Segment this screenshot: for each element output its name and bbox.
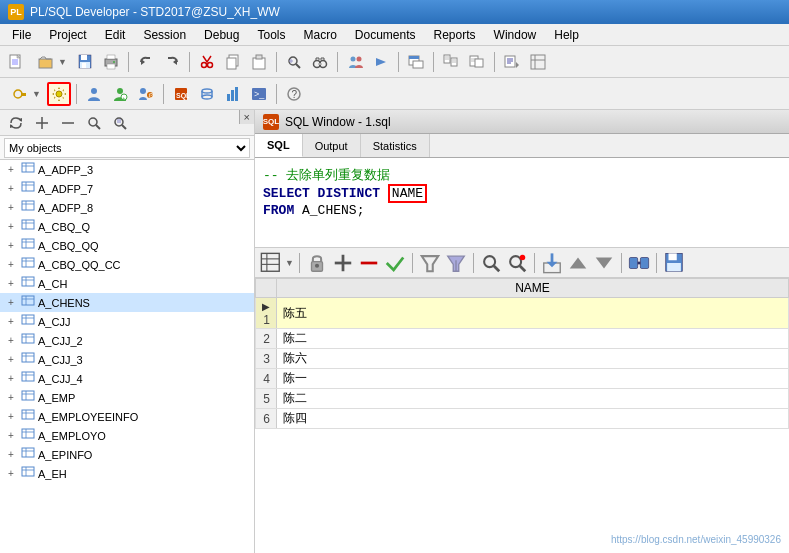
results-add-button[interactable] xyxy=(331,251,355,275)
tree-item-a_cbq_q[interactable]: +A_CBQ_Q xyxy=(0,217,254,236)
expand-icon[interactable]: + xyxy=(8,373,18,384)
gear-button[interactable] xyxy=(47,82,71,106)
db4-button[interactable]: >_ xyxy=(247,82,271,106)
tree-item-a_adfp_8[interactable]: +A_ADFP_8 xyxy=(0,198,254,217)
tree-item-a_employo[interactable]: +A_EMPLOYO xyxy=(0,426,254,445)
expand-icon[interactable]: + xyxy=(8,354,18,365)
tree-item-a_adfp_3[interactable]: +A_ADFP_3 xyxy=(0,160,254,179)
db-link-button[interactable] xyxy=(627,251,651,275)
expand-icon[interactable]: + xyxy=(8,164,18,175)
menu-item-documents[interactable]: Documents xyxy=(347,26,424,44)
pages2-button[interactable] xyxy=(465,50,489,74)
cut-button[interactable] xyxy=(195,50,219,74)
person1-button[interactable] xyxy=(82,82,106,106)
question-button[interactable]: ? xyxy=(282,82,306,106)
menu-item-session[interactable]: Session xyxy=(135,26,194,44)
sort-button[interactable] xyxy=(444,251,468,275)
save-button[interactable] xyxy=(73,50,97,74)
expand-icon[interactable]: + xyxy=(8,202,18,213)
find-button[interactable] xyxy=(282,50,306,74)
tree-item-a_cjj_4[interactable]: +A_CJJ_4 xyxy=(0,369,254,388)
table-row[interactable]: 3陈六 xyxy=(256,349,789,369)
menu-item-project[interactable]: Project xyxy=(41,26,94,44)
down-button[interactable] xyxy=(592,251,616,275)
expand-icon[interactable]: + xyxy=(8,183,18,194)
tab-statistics[interactable]: Statistics xyxy=(361,134,430,157)
expand-icon[interactable]: + xyxy=(8,449,18,460)
table-row[interactable]: ▶ 1陈五 xyxy=(256,298,789,329)
menu-item-edit[interactable]: Edit xyxy=(97,26,134,44)
search-button[interactable] xyxy=(82,111,106,135)
find-all-button[interactable] xyxy=(505,251,529,275)
table-row[interactable]: 2陈二 xyxy=(256,329,789,349)
up-button[interactable] xyxy=(566,251,590,275)
menu-item-macro[interactable]: Macro xyxy=(295,26,344,44)
expand-icon[interactable]: + xyxy=(8,259,18,270)
name-column-header[interactable]: NAME xyxy=(277,279,789,298)
tree-item-a_chens[interactable]: +A_CHENS xyxy=(0,293,254,312)
person3-button[interactable]: ⚙ xyxy=(134,82,158,106)
results-check-button[interactable] xyxy=(383,251,407,275)
person2-button[interactable]: + xyxy=(108,82,132,106)
menu-item-tools[interactable]: Tools xyxy=(249,26,293,44)
extra2-button[interactable] xyxy=(526,50,550,74)
filter-button[interactable] xyxy=(418,251,442,275)
menu-item-file[interactable]: File xyxy=(4,26,39,44)
open-chevron[interactable]: ▼ xyxy=(58,57,67,67)
expand-icon[interactable]: + xyxy=(8,411,18,422)
open-button[interactable] xyxy=(34,50,58,74)
export-button[interactable] xyxy=(540,251,564,275)
remove-button[interactable] xyxy=(56,111,80,135)
binoculars-button[interactable] xyxy=(308,50,332,74)
key-dropdown[interactable]: ▼ xyxy=(4,80,45,108)
undo-button[interactable] xyxy=(134,50,158,74)
tree-item-a_employeeinfo[interactable]: +A_EMPLOYEEINFO xyxy=(0,407,254,426)
search2-button[interactable] xyxy=(108,111,132,135)
lock-button[interactable] xyxy=(305,251,329,275)
tree-item-a_epinfo[interactable]: +A_EPINFO xyxy=(0,445,254,464)
tree-item-a_emp[interactable]: +A_EMP xyxy=(0,388,254,407)
key-chevron[interactable]: ▼ xyxy=(32,89,41,99)
open-dropdown[interactable]: ▼ xyxy=(30,48,71,76)
expand-icon[interactable]: + xyxy=(8,278,18,289)
grid-chevron[interactable]: ▼ xyxy=(285,258,294,268)
expand-icon[interactable]: + xyxy=(8,335,18,346)
expand-icon[interactable]: + xyxy=(8,430,18,441)
window-button[interactable] xyxy=(404,50,428,74)
db2-button[interactable] xyxy=(195,82,219,106)
menu-item-debug[interactable]: Debug xyxy=(196,26,247,44)
tree-item-a_cjj[interactable]: +A_CJJ xyxy=(0,312,254,331)
menu-item-help[interactable]: Help xyxy=(546,26,587,44)
menu-item-reports[interactable]: Reports xyxy=(426,26,484,44)
menu-item-window[interactable]: Window xyxy=(486,26,545,44)
key-button[interactable] xyxy=(8,82,32,106)
left-panel-close-button[interactable]: × xyxy=(239,110,254,124)
expand-icon[interactable]: + xyxy=(8,297,18,308)
print-button[interactable] xyxy=(99,50,123,74)
refresh-button[interactable] xyxy=(4,111,28,135)
new-button[interactable] xyxy=(4,50,28,74)
tree-item-a_cjj_3[interactable]: +A_CJJ_3 xyxy=(0,350,254,369)
expand-icon[interactable]: + xyxy=(8,221,18,232)
tree-item-a_adfp_7[interactable]: +A_ADFP_7 xyxy=(0,179,254,198)
search-results-button[interactable] xyxy=(479,251,503,275)
extra-button[interactable] xyxy=(500,50,524,74)
expand-icon[interactable]: + xyxy=(8,316,18,327)
copy-button[interactable] xyxy=(221,50,245,74)
expand-icon[interactable]: + xyxy=(8,468,18,479)
tab-output[interactable]: Output xyxy=(303,134,361,157)
save-results-button[interactable] xyxy=(662,251,686,275)
db3-button[interactable] xyxy=(221,82,245,106)
tab-sql[interactable]: SQL xyxy=(255,134,303,157)
grid-button[interactable] xyxy=(259,251,283,275)
results-remove-button[interactable] xyxy=(357,251,381,275)
table-row[interactable]: 5陈二 xyxy=(256,389,789,409)
redo-button[interactable] xyxy=(160,50,184,74)
expand-icon[interactable]: + xyxy=(8,392,18,403)
add-button[interactable] xyxy=(30,111,54,135)
sql-editor[interactable]: -- 去除单列重复数据 SELECT DISTINCT NAME FROM A_… xyxy=(255,158,789,248)
pages-button[interactable] xyxy=(439,50,463,74)
expand-icon[interactable]: + xyxy=(8,240,18,251)
arrow-right-button[interactable] xyxy=(369,50,393,74)
table-row[interactable]: 4陈一 xyxy=(256,369,789,389)
